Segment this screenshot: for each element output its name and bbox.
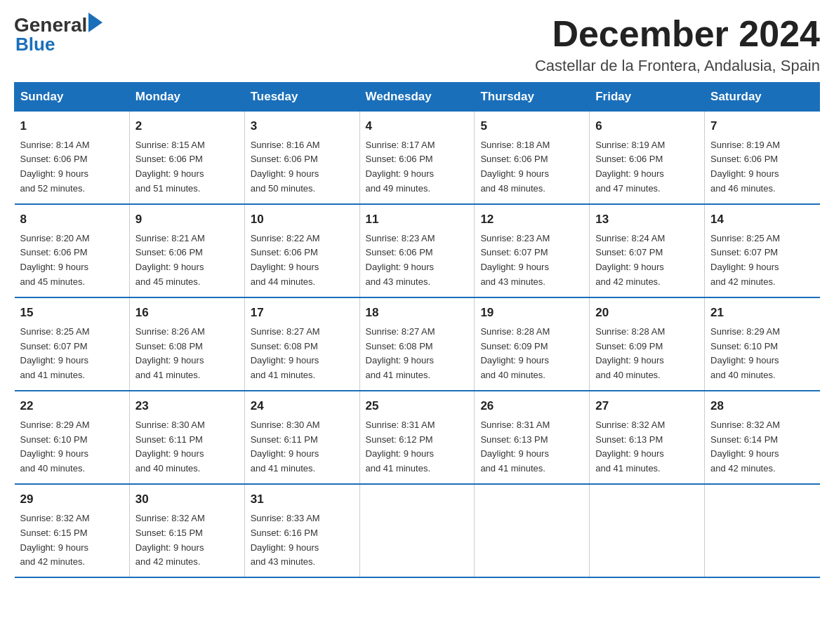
day-number: 20	[595, 304, 699, 322]
calendar-cell: 13 Sunrise: 8:24 AMSunset: 6:07 PMDaylig…	[590, 204, 705, 297]
day-number: 12	[480, 210, 583, 229]
day-info: Sunrise: 8:17 AMSunset: 6:06 PMDaylight:…	[366, 140, 435, 194]
day-number: 6	[595, 117, 699, 135]
calendar-cell: 6 Sunrise: 8:19 AMSunset: 6:06 PMDayligh…	[590, 112, 705, 205]
day-info: Sunrise: 8:16 AMSunset: 6:06 PMDaylight:…	[251, 140, 320, 194]
calendar-cell: 24 Sunrise: 8:30 AMSunset: 6:11 PMDaylig…	[244, 391, 359, 484]
calendar-cell	[590, 484, 705, 577]
calendar-cell: 19 Sunrise: 8:28 AMSunset: 6:09 PMDaylig…	[475, 297, 590, 391]
day-info: Sunrise: 8:28 AMSunset: 6:09 PMDaylight:…	[595, 326, 665, 381]
calendar-cell: 28 Sunrise: 8:32 AMSunset: 6:14 PMDaylig…	[705, 391, 820, 484]
calendar-week-row: 29 Sunrise: 8:32 AMSunset: 6:15 PMDaylig…	[15, 484, 820, 577]
day-number: 9	[135, 210, 239, 229]
calendar-cell: 26 Sunrise: 8:31 AMSunset: 6:13 PMDaylig…	[475, 391, 590, 484]
weekday-header-thursday: Thursday	[475, 83, 590, 112]
calendar-cell	[475, 484, 590, 577]
calendar-week-row: 15 Sunrise: 8:25 AMSunset: 6:07 PMDaylig…	[15, 297, 820, 391]
calendar-cell: 16 Sunrise: 8:26 AMSunset: 6:08 PMDaylig…	[129, 297, 244, 391]
day-info: Sunrise: 8:21 AMSunset: 6:06 PMDaylight:…	[135, 233, 205, 288]
title-block: December 2024 Castellar de la Frontera, …	[535, 14, 820, 75]
weekday-header-row: SundayMondayTuesdayWednesdayThursdayFrid…	[15, 83, 820, 112]
calendar-week-row: 1 Sunrise: 8:14 AMSunset: 6:06 PMDayligh…	[15, 112, 820, 205]
calendar-cell: 31 Sunrise: 8:33 AMSunset: 6:16 PMDaylig…	[244, 484, 359, 577]
calendar-cell: 17 Sunrise: 8:27 AMSunset: 6:08 PMDaylig…	[244, 297, 359, 391]
day-number: 3	[251, 117, 354, 135]
day-number: 18	[366, 304, 469, 322]
calendar-cell: 1 Sunrise: 8:14 AMSunset: 6:06 PMDayligh…	[15, 112, 130, 205]
calendar-cell	[359, 484, 475, 577]
day-info: Sunrise: 8:25 AMSunset: 6:07 PMDaylight:…	[20, 326, 90, 381]
calendar-cell: 14 Sunrise: 8:25 AMSunset: 6:07 PMDaylig…	[705, 204, 820, 297]
calendar-table: SundayMondayTuesdayWednesdayThursdayFrid…	[14, 82, 820, 578]
day-number: 26	[480, 397, 583, 415]
day-number: 22	[20, 397, 124, 415]
day-number: 2	[135, 117, 239, 135]
day-number: 17	[251, 304, 354, 322]
weekday-header-tuesday: Tuesday	[244, 83, 359, 112]
weekday-header-wednesday: Wednesday	[359, 83, 475, 112]
calendar-cell: 23 Sunrise: 8:30 AMSunset: 6:11 PMDaylig…	[129, 391, 244, 484]
weekday-header-sunday: Sunday	[15, 83, 130, 112]
calendar-cell: 11 Sunrise: 8:23 AMSunset: 6:06 PMDaylig…	[359, 204, 475, 297]
day-info: Sunrise: 8:29 AMSunset: 6:10 PMDaylight:…	[20, 420, 90, 474]
calendar-cell: 15 Sunrise: 8:25 AMSunset: 6:07 PMDaylig…	[15, 297, 130, 391]
day-number: 29	[20, 490, 124, 509]
day-info: Sunrise: 8:22 AMSunset: 6:06 PMDaylight:…	[251, 233, 320, 288]
day-info: Sunrise: 8:32 AMSunset: 6:13 PMDaylight:…	[595, 420, 665, 474]
calendar-cell: 5 Sunrise: 8:18 AMSunset: 6:06 PMDayligh…	[475, 112, 590, 205]
day-number: 8	[20, 210, 124, 229]
day-info: Sunrise: 8:31 AMSunset: 6:13 PMDaylight:…	[480, 420, 550, 474]
calendar-cell: 29 Sunrise: 8:32 AMSunset: 6:15 PMDaylig…	[15, 484, 130, 577]
calendar-cell: 2 Sunrise: 8:15 AMSunset: 6:06 PMDayligh…	[129, 112, 244, 205]
day-info: Sunrise: 8:23 AMSunset: 6:07 PMDaylight:…	[480, 233, 550, 288]
day-info: Sunrise: 8:25 AMSunset: 6:07 PMDaylight:…	[710, 233, 780, 288]
logo: General Blue	[14, 14, 102, 55]
day-number: 15	[20, 304, 124, 322]
calendar-cell: 21 Sunrise: 8:29 AMSunset: 6:10 PMDaylig…	[705, 297, 820, 391]
day-number: 19	[480, 304, 583, 322]
day-info: Sunrise: 8:19 AMSunset: 6:06 PMDaylight:…	[710, 140, 780, 194]
day-info: Sunrise: 8:14 AMSunset: 6:06 PMDaylight:…	[20, 140, 90, 194]
day-info: Sunrise: 8:30 AMSunset: 6:11 PMDaylight:…	[135, 420, 205, 474]
day-info: Sunrise: 8:26 AMSunset: 6:08 PMDaylight:…	[135, 326, 205, 381]
day-info: Sunrise: 8:27 AMSunset: 6:08 PMDaylight:…	[251, 326, 320, 381]
calendar-header: SundayMondayTuesdayWednesdayThursdayFrid…	[15, 83, 820, 112]
day-info: Sunrise: 8:20 AMSunset: 6:06 PMDaylight:…	[20, 233, 90, 288]
day-info: Sunrise: 8:31 AMSunset: 6:12 PMDaylight:…	[366, 420, 435, 474]
calendar-cell: 12 Sunrise: 8:23 AMSunset: 6:07 PMDaylig…	[475, 204, 590, 297]
day-info: Sunrise: 8:32 AMSunset: 6:15 PMDaylight:…	[20, 513, 90, 568]
day-info: Sunrise: 8:23 AMSunset: 6:06 PMDaylight:…	[366, 233, 435, 288]
day-number: 31	[251, 490, 354, 509]
logo-general: General	[14, 15, 87, 35]
day-number: 30	[135, 490, 239, 509]
calendar-cell: 9 Sunrise: 8:21 AMSunset: 6:06 PMDayligh…	[129, 204, 244, 297]
calendar-week-row: 22 Sunrise: 8:29 AMSunset: 6:10 PMDaylig…	[15, 391, 820, 484]
logo-blue-line: Blue	[14, 34, 55, 55]
calendar-cell: 7 Sunrise: 8:19 AMSunset: 6:06 PMDayligh…	[705, 112, 820, 205]
logo-blue-text: Blue	[15, 34, 55, 55]
calendar-cell: 25 Sunrise: 8:31 AMSunset: 6:12 PMDaylig…	[359, 391, 475, 484]
month-title: December 2024	[535, 14, 820, 54]
day-number: 24	[251, 397, 354, 415]
day-number: 27	[595, 397, 699, 415]
day-info: Sunrise: 8:15 AMSunset: 6:06 PMDaylight:…	[135, 140, 205, 194]
logo-arrow-icon	[88, 13, 102, 32]
day-info: Sunrise: 8:32 AMSunset: 6:14 PMDaylight:…	[710, 420, 780, 474]
day-info: Sunrise: 8:27 AMSunset: 6:08 PMDaylight:…	[366, 326, 435, 381]
calendar-cell	[705, 484, 820, 577]
day-info: Sunrise: 8:33 AMSunset: 6:16 PMDaylight:…	[251, 513, 320, 568]
calendar-cell: 3 Sunrise: 8:16 AMSunset: 6:06 PMDayligh…	[244, 112, 359, 205]
calendar-cell: 22 Sunrise: 8:29 AMSunset: 6:10 PMDaylig…	[15, 391, 130, 484]
day-number: 11	[366, 210, 469, 229]
svg-marker-0	[88, 13, 102, 32]
day-info: Sunrise: 8:29 AMSunset: 6:10 PMDaylight:…	[710, 326, 780, 381]
day-number: 7	[710, 117, 814, 135]
day-number: 13	[595, 210, 699, 229]
day-info: Sunrise: 8:24 AMSunset: 6:07 PMDaylight:…	[595, 233, 665, 288]
weekday-header-monday: Monday	[129, 83, 244, 112]
day-info: Sunrise: 8:18 AMSunset: 6:06 PMDaylight:…	[480, 140, 550, 194]
calendar-cell: 4 Sunrise: 8:17 AMSunset: 6:06 PMDayligh…	[359, 112, 475, 205]
day-number: 16	[135, 304, 239, 322]
weekday-header-saturday: Saturday	[705, 83, 820, 112]
day-number: 21	[710, 304, 814, 322]
